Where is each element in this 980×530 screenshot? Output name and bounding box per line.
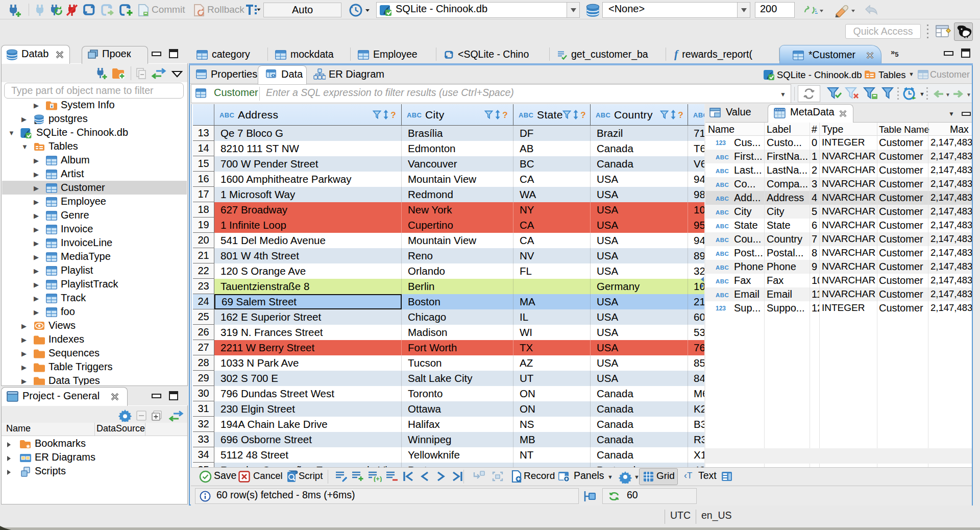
- svg-text:(+): (+): [374, 475, 382, 482]
